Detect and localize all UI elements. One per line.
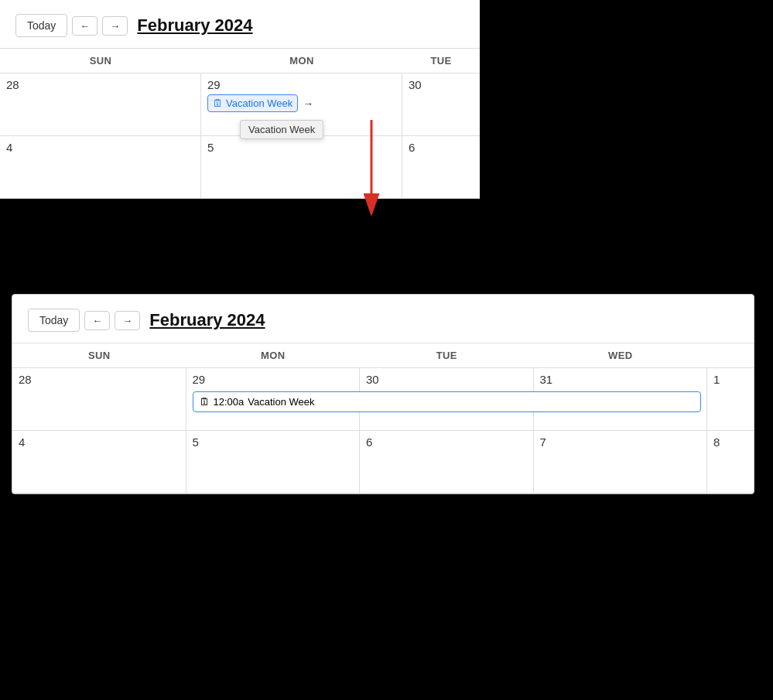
bottom-day-tue: TUE [360,343,534,367]
top-event-arrow: → [303,97,313,110]
bottom-nav-back-button[interactable]: ← [84,311,110,330]
top-days-header: SUN MON TUE [0,49,480,73]
top-calendar: Today ← → February 2024 SUN MON TUE 28 2… [0,0,480,199]
top-date-28: 28 [6,78,194,91]
bottom-date-28: 28 [19,373,180,386]
bottom-cell-1: 1 [707,368,754,430]
bottom-cell-6: 6 [360,431,534,493]
top-nav-forward-button[interactable]: → [102,16,128,36]
bottom-cell-29: 29 🗓 12:00a Vacation Week [186,368,361,430]
bottom-date-31: 31 [540,373,701,386]
bottom-event-title: Vacation Week [248,396,314,408]
bottom-row-1: 28 29 🗓 12:00a Vacation Week 30 31 1 [12,368,754,431]
bottom-day-extra [707,343,754,367]
top-event-tooltip: Vacation Week [240,120,323,139]
top-cell-5: 5 [201,136,402,198]
top-event-label: Vacation Week [226,97,292,109]
bottom-event-time: 12:00a [214,396,245,408]
top-row-1: 28 29 🗓 Vacation Week → Vacation Week 30 [0,73,480,136]
bottom-date-1: 1 [713,373,747,386]
top-cell-4: 4 [0,136,201,198]
bottom-today-button[interactable]: Today [28,309,80,332]
bottom-date-7b: 7 [540,435,701,449]
bottom-nav-forward-button[interactable]: → [115,311,140,330]
top-row-2: 4 5 6 [0,136,480,199]
top-cal-header: Today ← → February 2024 [0,0,480,48]
top-date-6: 6 [409,141,474,154]
top-cal-title: February 2024 [137,15,252,36]
bottom-cell-7: 7 [534,431,708,493]
top-day-sun: SUN [0,49,201,73]
bottom-cal-title: February 2024 [149,310,265,330]
bottom-cell-8: 8 [707,431,754,493]
bottom-vacation-event[interactable]: 🗓 12:00a Vacation Week [193,391,702,412]
bottom-date-8b: 8 [713,435,747,449]
top-today-button[interactable]: Today [15,14,67,37]
bottom-row-2: 4 5 6 7 8 [12,431,754,493]
top-cell-30: 30 [402,73,480,135]
bottom-cell-4: 4 [12,431,186,493]
bottom-cell-5: 5 [186,431,361,493]
top-event-icon: 🗓 [213,97,223,109]
bottom-cell-28: 28 [12,368,186,430]
top-cell-29: 29 🗓 Vacation Week → Vacation Week [201,73,402,135]
top-date-4: 4 [6,141,194,154]
bottom-date-5b: 5 [193,435,354,449]
bottom-cal-header: Today ← → February 2024 [12,295,754,343]
bottom-day-mon: MON [186,343,361,367]
bottom-date-4b: 4 [19,435,180,449]
top-day-tue: TUE [402,49,480,73]
bottom-calendar: Today ← → February 2024 SUN MON TUE WED … [12,294,754,494]
bottom-date-6b: 6 [366,435,527,449]
bottom-date-29: 29 [193,373,354,386]
bottom-date-30: 30 [366,373,527,386]
top-date-30: 30 [409,78,474,91]
top-day-mon: MON [201,49,402,73]
top-cell-6: 6 [402,136,480,198]
top-nav-back-button[interactable]: ← [72,16,97,36]
bottom-days-header: SUN MON TUE WED [12,343,754,368]
top-vacation-event[interactable]: 🗓 Vacation Week [207,94,298,112]
top-date-5: 5 [207,141,395,154]
bottom-day-wed: WED [534,343,708,367]
top-date-29: 29 [207,78,395,91]
top-cell-28: 28 [0,73,201,135]
bottom-day-sun: SUN [12,343,186,367]
bottom-event-icon: 🗓 [200,396,210,408]
